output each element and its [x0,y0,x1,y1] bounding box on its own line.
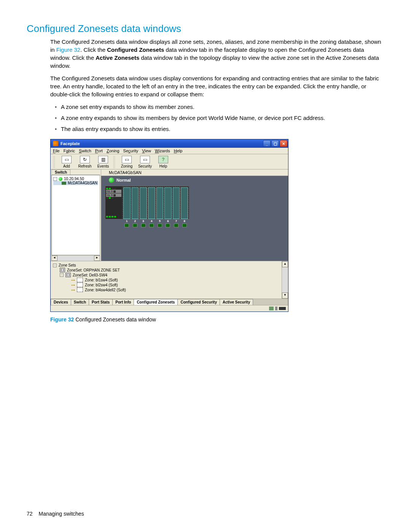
switch-name: McDATA4GbSAN [68,181,97,185]
fabric-tree[interactable]: – 10.20.94.50 McDATA4GbSAN [51,175,100,255]
menu-wizards[interactable]: Wizards [155,149,170,153]
vscrollbar[interactable]: ▲ ▼ [282,261,288,299]
close-button[interactable]: ✕ [280,140,287,147]
tab-switch[interactable]: Switch [51,169,70,175]
bay[interactable] [156,187,164,219]
menu-fabric[interactable]: Fabric [64,149,75,153]
menu-view[interactable]: View [142,149,151,153]
minimize-button[interactable]: _ [263,140,271,147]
security-button[interactable]: ▭Security [137,156,153,168]
maximize-button[interactable]: ▢ [271,140,279,147]
menu-zoning[interactable]: Zoning [107,149,119,153]
status-icon [269,307,274,310]
events-button[interactable]: ▥Events [95,156,112,168]
page-number: 72 [27,511,33,517]
refresh-button[interactable]: ↻Refresh [76,156,93,168]
bay[interactable] [148,187,155,219]
status-text: Normal [116,178,131,182]
bay[interactable] [123,187,131,219]
body-text: The Configured Zonesets data window disp… [50,38,384,133]
bay[interactable] [132,187,139,219]
status-icon [279,307,286,310]
tab-port-stats[interactable]: Port Stats [89,299,113,305]
tree-row-zone[interactable]: ⊶ Zone: bl2sw4 (Soft) [53,283,279,287]
titlebar[interactable]: Faceplate _ ▢ ✕ [51,139,288,148]
tab-switch[interactable]: Switch [71,299,89,305]
port-3[interactable]: 3 [140,219,147,227]
menu-file[interactable]: File [53,149,60,153]
tree-row-zonesets[interactable]: – Zone Sets [53,263,279,267]
figure-number: Figure 32 [50,316,74,323]
add-button[interactable]: ▭Add [58,156,75,168]
scroll-down-icon[interactable]: ▼ [282,292,288,299]
toolbar-handle-icon[interactable] [113,156,115,168]
bay[interactable] [164,187,172,219]
tree-row-zone[interactable]: ⊶ Zone: bl4sw4dell2 (Soft) [53,288,279,292]
zonesets-tree[interactable]: – Zone Sets ZoneSet: ORPHAN ZONE SET – Z… [51,261,282,299]
tab-port-info[interactable]: Port Info [112,299,134,305]
tab-configured-security[interactable]: Configured Security [177,299,220,305]
key-icon: ⊶ [71,283,75,287]
gl-port-9[interactable]: GL 9 [106,193,121,197]
tree-row-zone[interactable]: ⊶ Zone: bl1sw4 (Soft) [53,278,279,282]
tab-active-security[interactable]: Active Security [220,299,253,305]
bottom-tabs: Devices Switch Port Stats Port Info Conf… [51,299,288,305]
status-icon [275,307,277,310]
zoning-button[interactable]: ▭Zoning [118,156,135,168]
list-item: The alias entry expands to show its entr… [61,125,384,133]
label: ZoneSet: ORPHAN ZONE SET [67,268,120,272]
zoning-icon: ▭ [122,156,132,163]
gl-port-0[interactable]: GL 0 [106,190,121,193]
bay[interactable] [181,187,188,219]
status-dot-icon [109,177,114,183]
menu-security[interactable]: Security [123,149,139,153]
right-header: McDATA4GbSAN [101,169,288,176]
label: Help [159,164,167,168]
port-6[interactable]: 6 [164,219,172,227]
tree-row-fabric[interactable]: – 10.20.94.50 [53,177,98,181]
bay[interactable] [173,187,180,219]
tab-configured-zonesets[interactable]: Configured Zonesets [134,299,178,305]
faceplate-window: Faceplate _ ▢ ✕ File Fabric Switch Port … [50,139,288,312]
label: Zoning [121,164,133,168]
key-icon: ⊶ [71,288,75,292]
caption-text: Configured Zonesets data window [74,316,156,323]
tree-row-zoneset[interactable]: ZoneSet: ORPHAN ZONE SET [53,268,279,272]
tree-row-zoneset[interactable]: – ZoneSet: Dell3-SW4 [53,273,279,277]
figure-caption: Figure 32 Configured Zonesets data windo… [50,316,384,323]
port-1[interactable]: 1 [123,219,131,227]
hscrollbar[interactable]: ◄ ► [51,255,100,261]
bay[interactable] [140,187,147,219]
expand-handle-icon[interactable]: – [53,264,57,267]
help-button[interactable]: ?Help [155,156,172,168]
port-2[interactable]: 2 [132,219,139,227]
label: Zone Sets [59,263,76,267]
expand-handle-icon[interactable]: – [60,273,64,277]
menu-help[interactable]: Help [174,149,183,153]
list-item: A zone entry expands to show its members… [61,114,384,122]
toolbar: ▭Add ↻Refresh ▥Events ▭Zoning ▭Security … [51,154,288,169]
zone-icon [77,278,83,282]
leds-icon [106,216,121,217]
window-title: Faceplate [61,141,263,146]
menu-port[interactable]: Port [95,149,103,153]
bold-text: Active Zonesets [96,54,139,61]
scroll-left-icon[interactable]: ◄ [51,256,57,261]
chassis-left: GL 0 GL 9 [105,186,122,219]
tab-devices[interactable]: Devices [51,299,71,305]
fabric-ip: 10.20.94.50 [64,177,84,181]
expand-handle-icon[interactable]: – [53,177,57,181]
port-5[interactable]: 5 [156,219,164,227]
scroll-up-icon[interactable]: ▲ [282,261,288,267]
port-4[interactable]: 4 [148,219,155,227]
tree-row-switch[interactable]: McDATA4GbSAN [53,181,98,185]
menu-switch[interactable]: Switch [79,149,91,153]
left-pane: Switch – 10.20.94.50 McDATA4GbSAN ◄ ► [51,169,101,261]
port-7[interactable]: 7 [173,219,180,227]
toolbar-handle-icon[interactable] [53,156,55,168]
app-icon [53,141,58,146]
events-icon: ▥ [98,156,108,163]
port-8[interactable]: 8 [181,219,188,227]
figure-link[interactable]: Figure 32 [56,46,80,53]
scroll-right-icon[interactable]: ► [94,256,100,261]
